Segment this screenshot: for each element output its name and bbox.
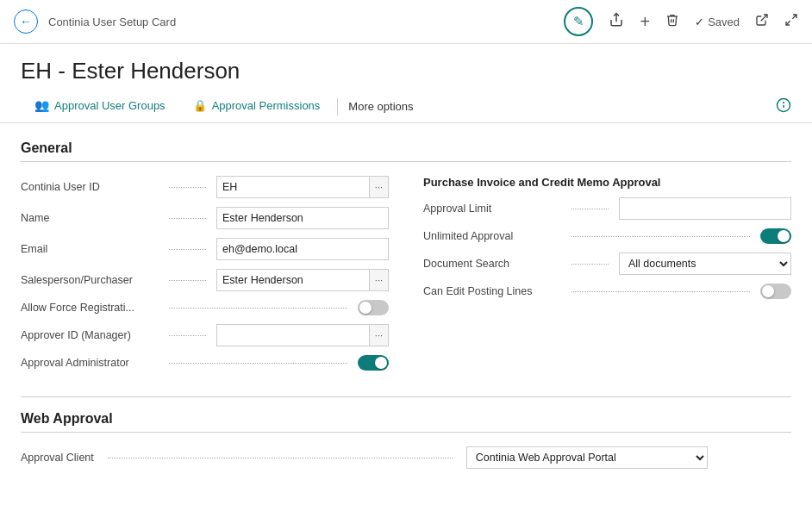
allow-force-registration-toggle[interactable] [358, 300, 389, 315]
salesperson-lookup-button[interactable]: ··· [369, 270, 388, 290]
document-search-label: Document Search [423, 258, 561, 270]
approval-client-select[interactable]: Continia Web Approval Portal [466, 446, 708, 469]
general-section-heading: General [21, 140, 791, 162]
field-approval-administrator: Approval Administrator [21, 355, 389, 371]
delete-icon [665, 12, 679, 31]
header-actions: ✎ + ✓ Saved [564, 7, 798, 36]
add-icon: + [640, 12, 650, 32]
svg-line-3 [786, 21, 790, 25]
field-approval-client: Approval Client Continia Web Approval Po… [21, 446, 791, 469]
approval-administrator-toggle[interactable] [358, 355, 389, 371]
open-icon [755, 13, 769, 30]
page-title-area: EH - Ester Henderson [0, 44, 812, 91]
more-options-label: More options [348, 100, 413, 113]
tab-approval-user-groups-label: Approval User Groups [54, 99, 166, 112]
edit-icon: ✎ [573, 14, 584, 29]
email-input[interactable] [216, 238, 389, 260]
approval-limit-label: Approval Limit [423, 203, 561, 215]
general-form-grid: Continia User ID ··· Name Email [21, 176, 791, 379]
share-icon [609, 12, 624, 31]
svg-line-1 [761, 15, 767, 21]
svg-line-2 [792, 15, 796, 19]
open-new-window-button[interactable] [755, 13, 769, 30]
field-salesperson: Salesperson/Purchaser ··· [21, 269, 389, 291]
field-approval-limit: Approval Limit [423, 197, 791, 220]
continia-user-id-lookup-button[interactable]: ··· [369, 177, 388, 197]
approver-id-input-wrapper[interactable]: ··· [216, 324, 389, 346]
field-approver-id: Approver ID (Manager) ··· [21, 324, 389, 346]
back-icon: ← [20, 15, 32, 28]
field-unlimited-approval: Unlimited Approval [423, 228, 791, 244]
approval-user-groups-icon: 👥 [34, 98, 49, 112]
expand-icon [784, 13, 798, 30]
field-name: Name [21, 207, 389, 229]
approver-id-lookup-button[interactable]: ··· [369, 325, 388, 346]
section-divider [21, 396, 791, 397]
main-content: General Continia User ID ··· Name Ema [0, 123, 812, 495]
share-button[interactable] [609, 12, 624, 31]
field-allow-force-registration: Allow Force Registrati... [21, 300, 389, 315]
approval-client-dots [108, 458, 453, 458]
saved-label: Saved [708, 16, 740, 28]
tab-approval-permissions[interactable]: 🔒 Approval Permissions [179, 92, 334, 122]
continia-user-id-label: Continia User ID [21, 181, 159, 193]
continia-user-id-input-wrapper[interactable]: ··· [216, 176, 389, 198]
page-title: EH - Ester Henderson [21, 58, 791, 84]
field-continia-user-id: Continia User ID ··· [21, 176, 389, 198]
right-section-title: Purchase Invoice and Credit Memo Approva… [423, 176, 791, 189]
allow-force-registration-label: Allow Force Registrati... [21, 302, 159, 314]
salesperson-input[interactable] [217, 270, 369, 290]
continia-user-id-input[interactable] [217, 177, 369, 197]
add-button[interactable]: + [640, 12, 650, 32]
unlimited-approval-label: Unlimited Approval [423, 230, 561, 242]
saved-indicator: ✓ Saved [695, 16, 740, 28]
document-search-select[interactable]: All documents Own documents [619, 253, 791, 275]
approval-administrator-label: Approval Administrator [21, 357, 159, 369]
back-button[interactable]: ← [14, 9, 38, 34]
form-left: Continia User ID ··· Name Email [21, 176, 389, 379]
name-input[interactable] [216, 207, 389, 229]
name-label: Name [21, 212, 159, 224]
info-button[interactable] [776, 97, 791, 116]
web-approval-section-heading: Web Approval [21, 411, 791, 433]
approval-client-label: Approval Client [21, 452, 94, 464]
check-icon: ✓ [695, 16, 704, 28]
tab-more-options[interactable]: More options [341, 93, 427, 122]
expand-button[interactable] [784, 13, 798, 30]
approver-id-input[interactable] [217, 325, 369, 346]
field-can-edit-posting-lines: Can Edit Posting Lines [423, 284, 791, 299]
can-edit-posting-lines-toggle[interactable] [760, 284, 791, 299]
approval-limit-input[interactable] [619, 197, 791, 220]
salesperson-input-wrapper[interactable]: ··· [216, 269, 389, 291]
unlimited-approval-toggle[interactable] [760, 228, 791, 244]
field-document-search: Document Search All documents Own docume… [423, 253, 791, 275]
form-right: Purchase Invoice and Credit Memo Approva… [423, 176, 791, 379]
edit-button[interactable]: ✎ [564, 7, 593, 36]
tab-separator [337, 98, 338, 115]
approver-id-label: Approver ID (Manager) [21, 329, 159, 341]
tab-approval-user-groups[interactable]: 👥 Approval User Groups [21, 91, 179, 122]
approval-permissions-icon: 🔒 [193, 99, 207, 112]
delete-button[interactable] [665, 12, 679, 31]
salesperson-label: Salesperson/Purchaser [21, 274, 159, 286]
can-edit-posting-lines-label: Can Edit Posting Lines [423, 285, 561, 297]
header-bar: ← Continia User Setup Card ✎ + ✓ Saved [0, 0, 812, 44]
field-email: Email [21, 238, 389, 260]
tabs-bar: 👥 Approval User Groups 🔒 Approval Permis… [0, 91, 812, 123]
header-title: Continia User Setup Card [48, 16, 553, 28]
tab-approval-permissions-label: Approval Permissions [212, 99, 321, 112]
email-label: Email [21, 243, 159, 255]
